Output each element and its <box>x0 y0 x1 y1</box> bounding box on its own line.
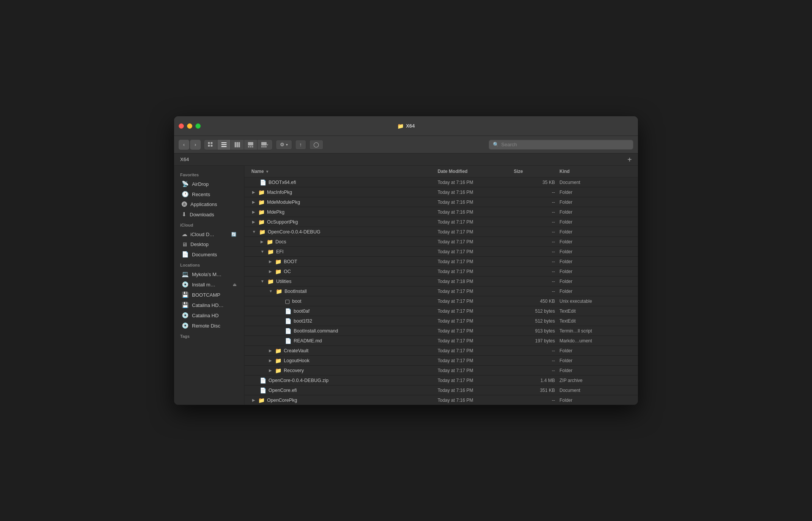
file-size-cell: -- <box>511 397 557 404</box>
sidebar-item-recents[interactable]: 🕐 Recents <box>176 189 243 199</box>
sidebar-item-catalina-hd-dot[interactable]: 💾 Catalina HD… <box>176 300 243 310</box>
sidebar-item-label: Desktop <box>190 241 209 247</box>
search-bar[interactable]: 🔍 <box>489 140 633 150</box>
disclosure-button[interactable]: ▶ <box>268 259 273 264</box>
maximize-button[interactable] <box>195 123 201 129</box>
sidebar-item-remote-disc[interactable]: 💿 Remote Disc <box>176 321 243 331</box>
tag-button[interactable]: ◯ <box>309 140 323 150</box>
close-button[interactable] <box>179 123 184 129</box>
table-row[interactable]: ▶ 📁 Docs Today at 7:17 PM -- Folder <box>245 237 638 247</box>
svg-rect-4 <box>221 142 227 143</box>
disclosure-button[interactable]: ▶ <box>268 269 273 273</box>
sidebar-item-desktop[interactable]: 🖥 Desktop <box>176 240 243 249</box>
table-row[interactable]: ▶ 📁 CreateVault Today at 7:17 PM -- Fold… <box>245 346 638 356</box>
window-title: X64 <box>406 123 415 129</box>
table-row[interactable]: ▼ 📁 Utilities Today at 7:18 PM -- Folder <box>245 276 638 286</box>
sidebar-item-label: Documents <box>192 252 217 257</box>
disclosure-button[interactable]: ▶ <box>268 348 273 353</box>
table-row[interactable]: ▶ 📁 OpenCorePkg Today at 7:16 PM -- Fold… <box>245 395 638 405</box>
disclosure-button[interactable]: ▶ <box>251 190 256 194</box>
table-row[interactable]: 📄 OpenCore-0.0.4-DEBUG.zip Today at 7:17… <box>245 376 638 385</box>
column-name[interactable]: Name ▼ <box>249 167 435 176</box>
back-button[interactable]: ‹ <box>179 140 189 150</box>
file-name-label: EFI <box>276 249 283 254</box>
sidebar-item-applications[interactable]: 🅐 Applications <box>176 200 243 209</box>
svg-rect-16 <box>263 146 265 147</box>
sidebar-item-install-m[interactable]: 💿 Install m… ⏏ <box>176 280 243 289</box>
column-kind[interactable]: Kind <box>557 167 633 176</box>
table-row[interactable]: ▼ 📁 EFI Today at 7:17 PM -- Folder <box>245 247 638 257</box>
sidebar: Favorites 📡 AirDrop 🕐 Recents 🅐 Applicat… <box>174 166 245 405</box>
sidebar-item-catalina-hd[interactable]: 💿 Catalina HD <box>176 310 243 320</box>
disclosure-button[interactable]: ▶ <box>268 358 273 363</box>
minimize-button[interactable] <box>187 123 192 129</box>
table-row[interactable]: ▶ 📁 OcSupportPkg Today at 7:17 PM -- Fol… <box>245 217 638 227</box>
file-kind: Folder <box>559 269 572 274</box>
file-kind: Folder <box>559 279 572 284</box>
table-row[interactable]: 📄 BOOTx64.efi Today at 7:16 PM 35 KB Doc… <box>245 177 638 187</box>
file-date: Today at 7:16 PM <box>438 190 473 195</box>
share-icon: ↑ <box>299 142 302 147</box>
eject-icon[interactable]: ⏏ <box>233 282 237 287</box>
action-button[interactable]: ⚙ ▾ <box>276 140 292 150</box>
file-kind-cell: Document <box>557 387 633 394</box>
forward-button[interactable]: › <box>190 140 201 150</box>
table-row[interactable]: 📄 boot1f32 Today at 7:17 PM 512 bytes Te… <box>245 316 638 326</box>
table-row[interactable]: ▶ 📁 BOOT Today at 7:17 PM -- Folder <box>245 257 638 267</box>
sidebar-item-downloads[interactable]: ⬇ Downloads <box>176 209 243 219</box>
file-kind: Folder <box>559 348 572 353</box>
sidebar-item-airdrop[interactable]: 📡 AirDrop <box>176 179 243 189</box>
file-size: -- <box>552 219 555 225</box>
column-size[interactable]: Size <box>511 167 557 176</box>
folder-icon: 📁 <box>258 209 265 215</box>
table-row[interactable]: 📄 BootInstall.command Today at 7:17 PM 9… <box>245 326 638 336</box>
file-size-cell: 351 KB <box>511 387 557 394</box>
table-row[interactable]: 📄 README.md Today at 7:17 PM 197 bytes M… <box>245 336 638 346</box>
disclosure-button[interactable]: ▶ <box>251 398 256 402</box>
sidebar-item-icloud-drive[interactable]: ☁ iCloud D… 🔄 <box>176 229 243 239</box>
disclosure-button[interactable]: ▼ <box>260 279 265 283</box>
view-icon-button[interactable] <box>204 140 217 150</box>
disclosure-button[interactable]: ▶ <box>260 240 264 244</box>
table-row[interactable]: 📄 OpenCore.efi Today at 7:16 PM 351 KB D… <box>245 385 638 395</box>
disclosure-button[interactable]: ▼ <box>260 249 265 254</box>
table-row[interactable]: ▶ 📁 LogoutHook Today at 7:17 PM -- Folde… <box>245 356 638 366</box>
sidebar-item-mykolam[interactable]: 💻 Mykola's M… <box>176 269 243 279</box>
disclosure-button[interactable]: ▶ <box>251 220 256 224</box>
table-row[interactable]: ▶ 📁 Recovery Today at 7:17 PM -- Folder <box>245 366 638 376</box>
table-row[interactable]: ▶ 📁 OC Today at 7:17 PM -- Folder <box>245 267 638 276</box>
table-row[interactable]: ▢ boot Today at 7:17 PM 450 KB Unix exec… <box>245 296 638 306</box>
svg-rect-9 <box>238 142 240 147</box>
disclosure-button[interactable]: ▼ <box>268 289 273 293</box>
file-name-label: MdePkg <box>267 209 285 215</box>
add-button[interactable]: + <box>627 156 632 163</box>
disclosure-button[interactable]: ▶ <box>251 200 256 204</box>
view-list-button[interactable] <box>217 140 231 150</box>
view-columns-button[interactable] <box>231 140 244 150</box>
file-name-label: boot1f32 <box>294 318 312 324</box>
sidebar-item-documents[interactable]: 📄 Documents <box>176 249 243 259</box>
table-row[interactable]: ▼ 📁 OpenCore-0.0.4-DEBUG Today at 7:17 P… <box>245 227 638 237</box>
file-date-cell: Today at 7:16 PM <box>435 397 511 404</box>
view-group-button[interactable]: ▾ <box>257 140 272 150</box>
file-name-cell: 📄 OpenCore.efi <box>249 387 435 394</box>
view-gallery-button[interactable] <box>244 140 257 150</box>
search-icon: 🔍 <box>493 142 499 147</box>
file-size-cell: 1.4 MB <box>511 377 557 384</box>
file-size-cell: -- <box>511 357 557 364</box>
disclosure-button[interactable]: ▶ <box>251 210 256 214</box>
svg-rect-15 <box>261 146 263 147</box>
search-input[interactable] <box>501 142 629 147</box>
table-row[interactable]: ▼ 📁 BootInstall Today at 7:17 PM -- Fold… <box>245 286 638 296</box>
column-date-modified[interactable]: Date Modified <box>435 167 511 176</box>
sidebar-item-bootcamp[interactable]: 💾 BOOTCAMP <box>176 290 243 300</box>
table-row[interactable]: ▶ 📁 MdeModulePkg Today at 7:16 PM -- Fol… <box>245 197 638 207</box>
file-name-cell: 📄 BOOTx64.efi <box>249 179 435 186</box>
share-button[interactable]: ↑ <box>295 140 306 150</box>
disclosure-button[interactable]: ▶ <box>268 368 273 372</box>
table-row[interactable]: ▶ 📁 MdePkg Today at 7:16 PM -- Folder <box>245 207 638 217</box>
file-kind-cell: Folder <box>557 347 633 354</box>
table-row[interactable]: ▶ 📁 MacInfoPkg Today at 7:16 PM -- Folde… <box>245 187 638 197</box>
disclosure-button[interactable]: ▼ <box>251 230 257 234</box>
table-row[interactable]: 📄 boot0af Today at 7:17 PM 512 bytes Tex… <box>245 306 638 316</box>
